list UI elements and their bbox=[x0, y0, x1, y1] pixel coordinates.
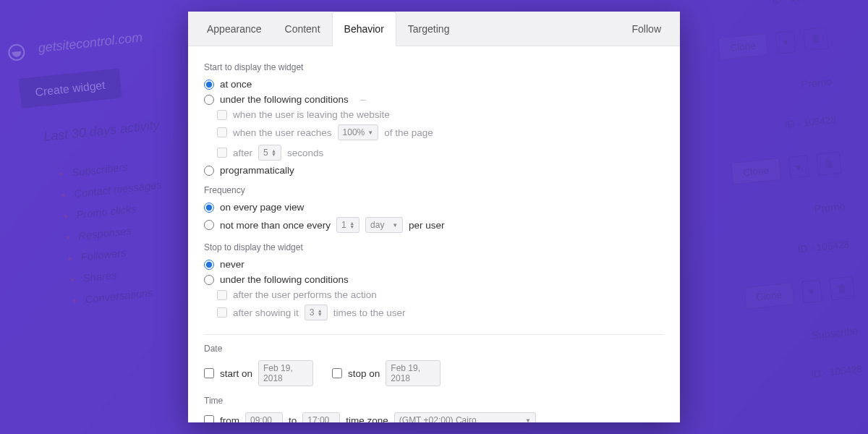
time-from-label: from bbox=[220, 415, 239, 423]
start-programmatically-option[interactable]: programmatically bbox=[204, 163, 664, 178]
collapse-icon[interactable]: – bbox=[360, 94, 366, 105]
cond-reaches-checkbox[interactable] bbox=[217, 127, 227, 137]
freq-unit-value: day bbox=[370, 220, 384, 230]
time-to-input[interactable]: 17:00 bbox=[302, 412, 340, 422]
timezone-value: (GMT +02:00) Cairo bbox=[399, 415, 477, 422]
time-heading: Time bbox=[204, 396, 664, 406]
stepper-icon: ▲▼ bbox=[318, 309, 323, 316]
stop-after-action-checkbox[interactable] bbox=[217, 290, 227, 300]
date-start-label: start on bbox=[220, 368, 252, 379]
stop-after-showing-option[interactable]: after showing it 3 ▲▼ times to the user bbox=[217, 302, 664, 323]
cond-after-option[interactable]: after 5 ▲▼ seconds bbox=[217, 142, 664, 163]
stepper-icon: ▲▼ bbox=[271, 149, 276, 156]
cond-leaving-checkbox[interactable] bbox=[217, 110, 227, 120]
divider bbox=[204, 334, 664, 335]
timezone-label: time zone bbox=[346, 415, 388, 423]
freq-every-label: on every page view bbox=[220, 202, 304, 213]
date-stop-input[interactable]: Feb 19, 2018 bbox=[386, 360, 441, 386]
chevron-down-icon: ▼ bbox=[367, 129, 373, 136]
cond-leaving-label: when the user is leaving the website bbox=[233, 109, 390, 120]
date-heading: Date bbox=[204, 344, 664, 354]
cond-leaving-option[interactable]: when the user is leaving the website bbox=[217, 107, 664, 122]
tab-bar: Appearance Content Behavior Targeting Fo… bbox=[188, 12, 680, 46]
freq-every-radio[interactable] bbox=[204, 203, 214, 213]
cond-after-post: seconds bbox=[287, 148, 323, 158]
freq-count-value: 1 bbox=[341, 220, 346, 230]
timezone-select[interactable]: (GMT +02:00) Cairo ▼ bbox=[394, 412, 536, 422]
freq-limit-post: per user bbox=[409, 220, 445, 231]
cond-reaches-pre: when the user reaches bbox=[233, 127, 332, 138]
freq-unit-select[interactable]: day ▼ bbox=[365, 217, 403, 233]
start-at-once-radio[interactable] bbox=[204, 80, 214, 90]
after-seconds-value: 5 bbox=[263, 148, 268, 158]
after-seconds-stepper[interactable]: 5 ▲▼ bbox=[258, 145, 281, 161]
date-stop-checkbox[interactable] bbox=[332, 368, 342, 378]
showing-times-value: 3 bbox=[310, 307, 315, 318]
start-programmatically-radio[interactable] bbox=[204, 166, 214, 176]
time-to-label: to bbox=[289, 415, 297, 423]
showing-times-stepper[interactable]: 3 ▲▼ bbox=[305, 305, 328, 320]
stop-after-showing-post: times to the user bbox=[333, 307, 406, 318]
stop-after-showing-checkbox[interactable] bbox=[217, 307, 227, 318]
chevron-down-icon: ▼ bbox=[392, 222, 398, 229]
start-conditions-option[interactable]: under the following conditions – bbox=[204, 92, 664, 107]
settings-modal: Appearance Content Behavior Targeting Fo… bbox=[188, 12, 680, 422]
time-from-input[interactable]: 09:00 bbox=[245, 412, 283, 422]
stop-conditions-radio[interactable] bbox=[204, 275, 214, 285]
cond-reaches-post: of the page bbox=[384, 127, 433, 138]
tab-content[interactable]: Content bbox=[273, 12, 332, 46]
start-heading: Start to display the widget bbox=[204, 62, 664, 72]
stop-never-label: never bbox=[220, 259, 244, 270]
start-programmatically-label: programmatically bbox=[220, 165, 294, 176]
date-stop-label: stop on bbox=[348, 368, 380, 379]
stop-after-showing-pre: after showing it bbox=[233, 307, 299, 318]
stop-conditions-option[interactable]: under the following conditions bbox=[204, 272, 664, 287]
stop-never-radio[interactable] bbox=[204, 260, 214, 270]
tab-follow[interactable]: Follow bbox=[621, 12, 673, 46]
tab-targeting[interactable]: Targeting bbox=[396, 12, 461, 46]
tab-behavior[interactable]: Behavior bbox=[332, 12, 396, 46]
freq-every-option[interactable]: on every page view bbox=[204, 200, 664, 215]
cond-reaches-option[interactable]: when the user reaches 100% ▼ of the page bbox=[217, 122, 664, 142]
cond-after-pre: after bbox=[233, 148, 252, 158]
stepper-icon: ▲▼ bbox=[349, 221, 354, 229]
start-at-once-option[interactable]: at once bbox=[204, 77, 664, 92]
frequency-heading: Frequency bbox=[204, 185, 664, 195]
behavior-panel: Start to display the widget at once unde… bbox=[188, 46, 680, 422]
start-conditions-radio[interactable] bbox=[204, 95, 214, 105]
start-conditions-label: under the following conditions bbox=[220, 94, 349, 105]
reaches-percent-value: 100% bbox=[343, 127, 365, 137]
stop-heading: Stop to display the widget bbox=[204, 242, 664, 252]
cond-after-checkbox[interactable] bbox=[217, 148, 227, 158]
freq-count-stepper[interactable]: 1 ▲▼ bbox=[336, 217, 359, 233]
stop-after-action-label: after the user performs the action bbox=[233, 289, 377, 300]
freq-limit-option[interactable]: not more than once every 1 ▲▼ day ▼ per … bbox=[204, 215, 664, 235]
freq-limit-radio[interactable] bbox=[204, 220, 214, 230]
stop-conditions-label: under the following conditions bbox=[220, 274, 349, 285]
chevron-down-icon: ▼ bbox=[525, 417, 531, 423]
tab-appearance[interactable]: Appearance bbox=[195, 12, 273, 46]
reaches-percent-select[interactable]: 100% ▼ bbox=[338, 124, 379, 140]
date-start-input[interactable]: Feb 19, 2018 bbox=[258, 360, 313, 386]
start-at-once-label: at once bbox=[220, 79, 252, 90]
stop-after-action-option[interactable]: after the user performs the action bbox=[217, 287, 664, 302]
freq-limit-pre: not more than once every bbox=[220, 220, 331, 231]
stop-never-option[interactable]: never bbox=[204, 257, 664, 272]
time-from-checkbox[interactable] bbox=[204, 415, 214, 422]
date-start-checkbox[interactable] bbox=[204, 368, 214, 378]
